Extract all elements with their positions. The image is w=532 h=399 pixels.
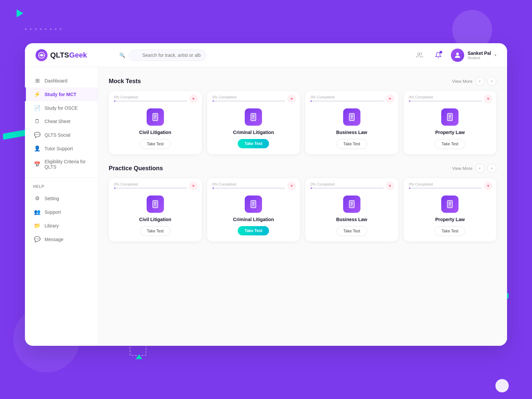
take-test-button-civil2[interactable]: Take Test [140, 226, 171, 236]
svg-rect-20 [448, 113, 453, 121]
card-title-criminal: Criminal Litigation [233, 130, 274, 135]
take-test-button-property[interactable]: Take Test [435, 139, 465, 149]
take-test-button-criminal[interactable]: Take Test [238, 139, 269, 148]
take-test-button-business[interactable]: Take Test [336, 139, 367, 149]
card-progress-track-business2 [311, 188, 384, 189]
card-heart-button-civil[interactable]: ♥ [189, 94, 198, 103]
sidebar-label-eligibility: Eligibility Criteria for QLTS [45, 159, 90, 170]
card-progress-track-business [311, 100, 384, 102]
card-heart-button-criminal2[interactable]: ♥ [287, 182, 296, 190]
card-icon-property2 [441, 196, 459, 213]
card-progress-fill-property2 [409, 188, 410, 189]
svg-rect-30 [251, 200, 256, 208]
search-icon: 🔍 [119, 53, 125, 58]
sidebar-item-cheat-sheet[interactable]: 🗒Cheat Sheet [25, 115, 98, 128]
card-heart-button-property[interactable]: ♥ [484, 94, 492, 103]
card-title-business: Business Law [336, 130, 367, 135]
card-progress-fill-criminal2 [212, 188, 214, 189]
card-progress-track-criminal2 [212, 188, 286, 189]
chevron-down-icon: ▾ [494, 53, 496, 58]
card-heart-button-civil2[interactable]: ♥ [189, 182, 198, 190]
card-title-property2: Property Law [435, 217, 465, 222]
take-test-button-criminal2[interactable]: Take Test [238, 226, 269, 235]
card-progress-label-business2: 0% Completed [311, 182, 384, 186]
practice-next-button[interactable]: › [487, 164, 496, 173]
card-body-civil: Civil Litigation Take Test [109, 104, 202, 154]
svg-rect-15 [349, 113, 354, 121]
user-role: Student [467, 56, 491, 60]
sidebar-label-qlts-social: QLTS Social [45, 132, 70, 138]
card-progress-area-criminal2: 0% Completed [207, 178, 300, 192]
main-card: QLTSGeek 🔍 [25, 43, 507, 346]
card-heart-button-business2[interactable]: ♥ [386, 182, 394, 190]
card-progress-area-business2: 0% Completed [305, 178, 398, 192]
sidebar-icon-qlts-social: 💬 [34, 132, 41, 138]
card-heart-button-criminal[interactable]: ♥ [287, 94, 296, 103]
card-mock-business: 0% Completed ♥ Business [305, 91, 398, 154]
help-item-support[interactable]: 👥Support [25, 205, 98, 219]
card-title-civil2: Civil Litigation [139, 217, 171, 222]
card-progress-label-criminal2: 0% Completed [212, 182, 286, 186]
sidebar-label-tutor-support: Tutor Support [45, 146, 73, 151]
help-item-library[interactable]: 📁Library [25, 219, 98, 232]
main-content: Mock Tests View More ‹ › 0% Completed ♥ [98, 67, 507, 346]
logo-text: QLTSGeek [50, 51, 87, 60]
card-heart-button-business[interactable]: ♥ [386, 94, 394, 103]
card-progress-track-civil2 [114, 188, 187, 189]
take-test-button-business2[interactable]: Take Test [336, 226, 367, 236]
mock-tests-header: Mock Tests View More ‹ › [109, 76, 496, 86]
sidebar-item-tutor-support[interactable]: 👤Tutor Support [25, 142, 98, 155]
body-area: ⊞Dashboard⚡Study for MCT📄Study for OSCE🗒… [25, 67, 507, 346]
practice-prev-button[interactable]: ‹ [475, 164, 484, 173]
sidebar-item-study-mct[interactable]: ⚡Study for MCT [25, 87, 98, 101]
notification-button[interactable] [432, 49, 444, 61]
help-item-setting[interactable]: ⚙Setting [25, 192, 98, 205]
card-progress-fill-business2 [311, 188, 312, 189]
card-progress-area-civil2: 0% Completed [109, 178, 202, 192]
card-mock-civil: 0% Completed ♥ Civil Li [109, 91, 202, 154]
take-test-button-property2[interactable]: Take Test [435, 226, 465, 236]
sidebar-item-study-osce[interactable]: 📄Study for OSCE [25, 101, 98, 115]
avatar [451, 49, 464, 62]
card-progress-label-criminal: 0% Completed [212, 95, 286, 99]
sidebar-icon-dashboard: ⊞ [34, 77, 41, 84]
svg-rect-5 [153, 113, 158, 121]
svg-rect-40 [448, 200, 453, 208]
card-progress-track-civil [114, 100, 187, 102]
sidebar-label-study-mct: Study for MCT [45, 92, 76, 97]
help-section-title: Help [25, 182, 98, 192]
view-more-label[interactable]: View More [452, 79, 472, 84]
card-progress-track-property2 [409, 188, 482, 189]
card-practice-property2: 0% Completed ♥ Property [404, 178, 497, 241]
card-progress-track-criminal [212, 100, 286, 102]
practice-view-more-label[interactable]: View More [452, 166, 472, 171]
card-progress-label-civil: 0% Completed [114, 95, 187, 99]
card-icon-business2 [343, 196, 360, 213]
help-label-message: Message [45, 237, 64, 242]
card-icon-civil2 [147, 196, 164, 213]
sidebar-icon-study-mct: ⚡ [34, 91, 41, 97]
user-area[interactable]: Sanket Pal Student ▾ [451, 49, 496, 62]
mock-tests-prev-button[interactable]: ‹ [475, 76, 484, 86]
help-label-setting: Setting [45, 196, 59, 201]
sidebar-item-qlts-social[interactable]: 💬QLTS Social [25, 128, 98, 142]
user-icon-button[interactable] [414, 49, 426, 61]
mock-tests-next-button[interactable]: › [487, 76, 496, 86]
help-icon-message: 💬 [34, 236, 41, 242]
card-title-civil: Civil Litigation [139, 130, 171, 135]
help-label-support: Support [45, 209, 61, 215]
sidebar-label-cheat-sheet: Cheat Sheet [45, 119, 70, 124]
sidebar-icon-cheat-sheet: 🗒 [34, 118, 41, 124]
card-progress-label-business: 0% Completed [311, 95, 384, 99]
card-heart-button-property2[interactable]: ♥ [484, 182, 492, 190]
sidebar-label-dashboard: Dashboard [45, 78, 67, 83]
help-icon-setting: ⚙ [34, 195, 41, 201]
take-test-button-civil[interactable]: Take Test [140, 139, 171, 149]
practice-questions-header: Practice Questions View More ‹ › [109, 164, 496, 173]
svg-rect-25 [153, 200, 158, 208]
help-item-message[interactable]: 💬Message [25, 232, 98, 246]
search-input[interactable] [129, 50, 206, 61]
sidebar-item-dashboard[interactable]: ⊞Dashboard [25, 74, 98, 87]
mock-tests-title: Mock Tests [109, 78, 141, 85]
sidebar-item-eligibility[interactable]: 📅Eligibility Criteria for QLTS [25, 155, 98, 173]
